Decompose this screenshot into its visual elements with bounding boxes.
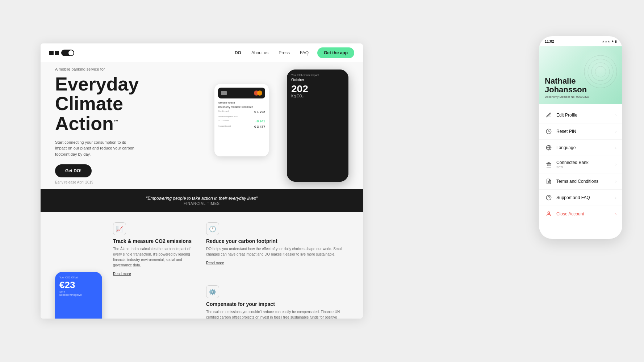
nav-link-faq[interactable]: FAQ <box>300 50 309 55</box>
terms-icon <box>545 177 553 185</box>
reset-pin-icon <box>545 127 553 135</box>
quote-text: "Empowering people to take action in the… <box>146 196 258 201</box>
feature-track-title: Track & measure CO2 emissions <box>113 238 197 244</box>
nav-links: DO About us Press FAQ <box>235 50 309 55</box>
fp-sub1: 9927 <box>59 291 98 294</box>
feature-track-desc: The Åland Index calculates the carbon im… <box>113 246 197 268</box>
hero-title-line3: Action <box>55 113 114 134</box>
wifi-icon: ✦ <box>611 40 614 43</box>
get-app-button[interactable]: Get the app <box>317 47 354 58</box>
support-label: Support and FAQ <box>556 195 615 200</box>
feature-compensate-desc: The carbon emissions you couldn't reduce… <box>206 309 348 319</box>
svg-marker-12 <box>547 162 551 163</box>
feature-compensate: ⚙️ Compensate for your impact The carbon… <box>206 285 348 319</box>
menu-item-edit-profile[interactable]: Edit Profile › <box>539 107 622 123</box>
hero-release-text: Early release April 2019 <box>55 180 348 184</box>
svg-point-3 <box>595 66 606 77</box>
logo-square-1 <box>49 51 54 55</box>
fp-label: Your CO2 Offset <box>59 276 98 279</box>
feature-track: 📈 Track & measure CO2 emissions The Ålan… <box>55 222 197 277</box>
connected-bank-label: Connected Bank <box>556 160 615 165</box>
support-text: Support and FAQ <box>556 195 615 200</box>
support-icon <box>545 194 553 202</box>
language-text: Language <box>556 145 615 150</box>
feature-reduce: 🕐 Reduce your carbon footprint DO helps … <box>206 222 348 277</box>
menu-item-language[interactable]: Language › <box>539 140 622 156</box>
close-account-icon <box>545 210 553 218</box>
close-account-label: Close Account <box>556 211 615 216</box>
website-card: DO About us Press FAQ Get the app A mobi… <box>41 43 363 319</box>
feature-reduce-icon: 🕐 <box>206 222 219 235</box>
profile-name-line2: Johansson <box>545 85 587 94</box>
logo <box>49 50 74 56</box>
reset-pin-chevron-icon: › <box>615 130 616 134</box>
feature-compensate-icon: ⚙️ <box>206 285 219 298</box>
signal-icon: ▲▲▲ <box>602 40 610 43</box>
profile-member-number: Doconomy Member No. 00000322 <box>545 95 616 98</box>
profile-header: Nathalie Johansson Doconomy Member No. 0… <box>539 46 622 104</box>
hero-title-sup: ™ <box>114 119 119 125</box>
profile-menu: Edit Profile › Reset PIN › <box>539 104 622 225</box>
language-chevron-icon: › <box>615 146 616 150</box>
feature-track-link[interactable]: Read more <box>113 272 131 276</box>
quote-source: FINANCIAL TIMES <box>184 202 220 206</box>
reset-pin-text: Reset PIN <box>556 129 615 134</box>
feature-track-icon: 📈 <box>113 222 126 235</box>
hero-title-line2: Climate <box>55 93 123 114</box>
terms-text: Terms and Conditions <box>556 179 615 184</box>
nav-link-do[interactable]: DO <box>235 50 241 55</box>
feature-reduce-desc: DO helps you understand how the effect o… <box>206 246 348 257</box>
svg-point-17 <box>548 212 549 214</box>
profile-phone: 11:02 ▲▲▲ ✦ ▮ Nathalie <box>539 36 622 239</box>
status-icons: ▲▲▲ ✦ ▮ <box>602 40 616 43</box>
logo-toggle-icon <box>61 50 74 56</box>
hero-section: A mobile banking service for Everyday Cl… <box>41 62 363 189</box>
feature-phone-wrapper: Your CO2 Offset €23 9927 Bundled wind po… <box>55 272 102 319</box>
logo-squares <box>49 51 59 55</box>
terms-chevron-icon: › <box>615 180 616 184</box>
navigation: DO About us Press FAQ Get the app <box>41 43 363 62</box>
language-icon <box>545 144 553 152</box>
hero-text: A mobile banking service for Everyday Cl… <box>55 67 348 184</box>
profile-name-line1: Nathalie <box>545 76 576 85</box>
support-chevron-icon: › <box>615 196 616 200</box>
nav-link-about[interactable]: About us <box>251 50 268 55</box>
feature-reduce-title: Reduce your carbon footprint <box>206 238 348 244</box>
status-bar: 11:02 ▲▲▲ ✦ ▮ <box>539 36 622 46</box>
edit-profile-text: Edit Profile <box>556 113 615 118</box>
feature-reduce-link[interactable]: Read more <box>206 261 224 265</box>
menu-item-terms[interactable]: Terms and Conditions › <box>539 173 622 190</box>
connected-bank-text: Connected Bank SEB <box>556 160 615 169</box>
menu-item-close-account[interactable]: Close Account › <box>539 206 622 222</box>
quote-banner: "Empowering people to take action in the… <box>41 189 363 212</box>
status-time: 11:02 <box>545 39 554 43</box>
connected-bank-icon <box>545 161 553 169</box>
hero-title-line1: Everyday <box>55 73 139 94</box>
hero-description: Start connecting your consumption to its… <box>55 139 135 157</box>
menu-item-reset-pin[interactable]: Reset PIN › <box>539 123 622 140</box>
fp-amount: €23 <box>59 280 98 290</box>
page-wrapper: DO About us Press FAQ Get the app A mobi… <box>0 0 644 362</box>
hero-title: Everyday Climate Action™ <box>55 74 348 134</box>
language-label: Language <box>556 145 615 150</box>
menu-item-support[interactable]: Support and FAQ › <box>539 190 622 206</box>
hero-subtitle: A mobile banking service for <box>55 67 348 71</box>
nav-link-press[interactable]: Press <box>279 50 290 55</box>
profile-phone-wrapper: 11:02 ▲▲▲ ✦ ▮ Nathalie <box>539 36 622 246</box>
battery-icon: ▮ <box>615 40 616 43</box>
edit-profile-label: Edit Profile <box>556 113 615 118</box>
fp-sub2: Bundled wind power <box>59 294 98 296</box>
feature-compensate-title: Compensate for your impact <box>206 301 348 307</box>
hero-cta-button[interactable]: Get DO! <box>55 164 92 177</box>
connected-bank-chevron-icon: › <box>615 163 616 167</box>
menu-item-connected-bank[interactable]: Connected Bank SEB › <box>539 156 622 173</box>
close-account-text: Close Account <box>556 211 615 216</box>
logo-square-2 <box>55 51 59 55</box>
terms-label: Terms and Conditions <box>556 179 615 184</box>
edit-profile-icon <box>545 111 553 119</box>
reset-pin-label: Reset PIN <box>556 129 615 134</box>
profile-name: Nathalie Johansson <box>545 77 616 94</box>
connected-bank-sublabel: SEB <box>556 165 615 169</box>
edit-profile-chevron-icon: › <box>615 113 616 117</box>
features-section: 📈 Track & measure CO2 emissions The Ålan… <box>41 212 363 319</box>
